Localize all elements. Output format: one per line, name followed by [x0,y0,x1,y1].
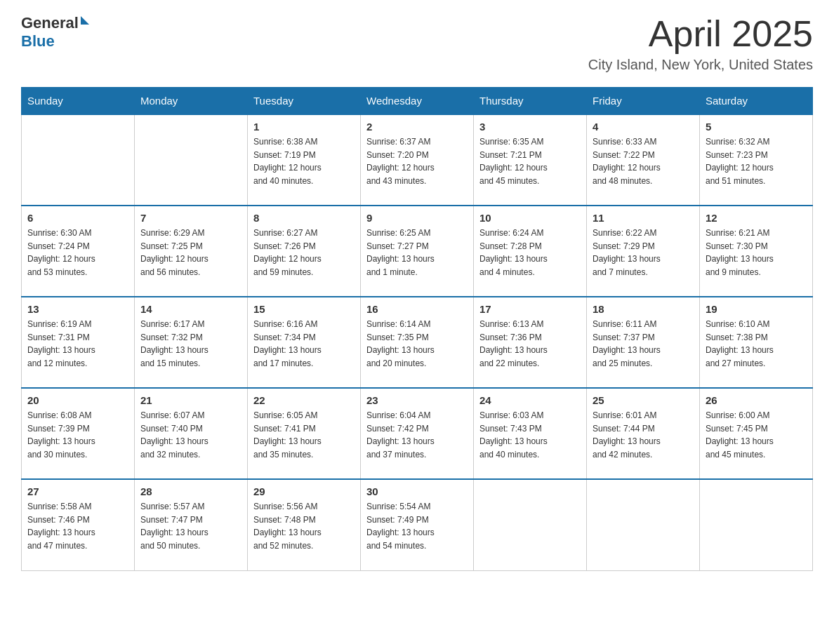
day-info: Sunrise: 5:56 AM Sunset: 7:48 PM Dayligh… [253,500,355,552]
day-cell [587,479,700,570]
day-number: 1 [253,121,355,133]
day-info: Sunrise: 5:58 AM Sunset: 7:46 PM Dayligh… [27,500,128,552]
day-cell: 4Sunrise: 6:33 AM Sunset: 7:22 PM Daylig… [587,114,700,206]
calendar-title: April 2025 [588,14,813,54]
day-cell: 1Sunrise: 6:38 AM Sunset: 7:19 PM Daylig… [248,114,361,206]
day-info: Sunrise: 6:08 AM Sunset: 7:39 PM Dayligh… [27,409,128,461]
day-cell: 18Sunrise: 6:11 AM Sunset: 7:37 PM Dayli… [587,297,700,388]
day-info: Sunrise: 6:24 AM Sunset: 7:28 PM Dayligh… [479,227,581,279]
day-number: 8 [253,212,355,224]
day-cell: 21Sunrise: 6:07 AM Sunset: 7:40 PM Dayli… [135,388,248,479]
day-cell: 20Sunrise: 6:08 AM Sunset: 7:39 PM Dayli… [22,388,135,479]
logo: General Blue [21,14,89,51]
day-cell [22,114,135,206]
day-cell: 11Sunrise: 6:22 AM Sunset: 7:29 PM Dayli… [587,206,700,297]
week-row-5: 27Sunrise: 5:58 AM Sunset: 7:46 PM Dayli… [22,479,813,570]
day-info: Sunrise: 6:21 AM Sunset: 7:30 PM Dayligh… [706,227,807,279]
header-cell-monday: Monday [135,88,248,115]
day-info: Sunrise: 6:27 AM Sunset: 7:26 PM Dayligh… [253,227,355,279]
day-cell: 23Sunrise: 6:04 AM Sunset: 7:42 PM Dayli… [361,388,474,479]
day-cell: 27Sunrise: 5:58 AM Sunset: 7:46 PM Dayli… [22,479,135,570]
day-info: Sunrise: 6:19 AM Sunset: 7:31 PM Dayligh… [27,318,128,370]
day-info: Sunrise: 6:05 AM Sunset: 7:41 PM Dayligh… [253,409,355,461]
day-number: 3 [479,121,581,133]
day-number: 18 [593,303,694,315]
day-cell: 28Sunrise: 5:57 AM Sunset: 7:47 PM Dayli… [135,479,248,570]
day-cell: 22Sunrise: 6:05 AM Sunset: 7:41 PM Dayli… [248,388,361,479]
day-number: 29 [253,485,355,497]
day-number: 27 [27,485,128,497]
day-info: Sunrise: 5:54 AM Sunset: 7:49 PM Dayligh… [366,500,468,552]
day-cell: 30Sunrise: 5:54 AM Sunset: 7:49 PM Dayli… [361,479,474,570]
day-number: 13 [27,303,128,315]
day-info: Sunrise: 6:03 AM Sunset: 7:43 PM Dayligh… [479,409,581,461]
day-info: Sunrise: 6:00 AM Sunset: 7:45 PM Dayligh… [706,409,807,461]
day-info: Sunrise: 6:17 AM Sunset: 7:32 PM Dayligh… [140,318,241,370]
header-cell-sunday: Sunday [22,88,135,115]
week-row-3: 13Sunrise: 6:19 AM Sunset: 7:31 PM Dayli… [22,297,813,388]
day-info: Sunrise: 6:11 AM Sunset: 7:37 PM Dayligh… [593,318,694,370]
day-number: 22 [253,394,355,406]
day-number: 26 [706,394,807,406]
day-cell [135,114,248,206]
day-number: 16 [366,303,468,315]
day-info: Sunrise: 5:57 AM Sunset: 7:47 PM Dayligh… [140,500,241,552]
day-cell: 14Sunrise: 6:17 AM Sunset: 7:32 PM Dayli… [135,297,248,388]
day-info: Sunrise: 6:13 AM Sunset: 7:36 PM Dayligh… [479,318,581,370]
calendar-subtitle: City Island, New York, United States [588,57,813,73]
day-info: Sunrise: 6:29 AM Sunset: 7:25 PM Dayligh… [140,227,241,279]
day-cell: 2Sunrise: 6:37 AM Sunset: 7:20 PM Daylig… [361,114,474,206]
day-cell [700,479,813,570]
day-cell: 10Sunrise: 6:24 AM Sunset: 7:28 PM Dayli… [474,206,587,297]
day-cell [474,479,587,570]
day-number: 21 [140,394,241,406]
day-number: 30 [366,485,468,497]
day-cell: 26Sunrise: 6:00 AM Sunset: 7:45 PM Dayli… [700,388,813,479]
day-info: Sunrise: 6:37 AM Sunset: 7:20 PM Dayligh… [366,135,468,187]
week-row-1: 1Sunrise: 6:38 AM Sunset: 7:19 PM Daylig… [22,114,813,206]
day-cell: 7Sunrise: 6:29 AM Sunset: 7:25 PM Daylig… [135,206,248,297]
day-number: 9 [366,212,468,224]
logo-general: General [21,14,79,32]
logo-triangle-icon [81,16,89,25]
day-number: 23 [366,394,468,406]
day-cell: 6Sunrise: 6:30 AM Sunset: 7:24 PM Daylig… [22,206,135,297]
week-row-2: 6Sunrise: 6:30 AM Sunset: 7:24 PM Daylig… [22,206,813,297]
day-number: 14 [140,303,241,315]
header-row: SundayMondayTuesdayWednesdayThursdayFrid… [22,88,813,115]
day-number: 2 [366,121,468,133]
day-cell: 3Sunrise: 6:35 AM Sunset: 7:21 PM Daylig… [474,114,587,206]
header-cell-tuesday: Tuesday [248,88,361,115]
day-info: Sunrise: 6:14 AM Sunset: 7:35 PM Dayligh… [366,318,468,370]
header-cell-saturday: Saturday [700,88,813,115]
day-cell: 16Sunrise: 6:14 AM Sunset: 7:35 PM Dayli… [361,297,474,388]
header-cell-wednesday: Wednesday [361,88,474,115]
day-cell: 12Sunrise: 6:21 AM Sunset: 7:30 PM Dayli… [700,206,813,297]
day-info: Sunrise: 6:07 AM Sunset: 7:40 PM Dayligh… [140,409,241,461]
day-info: Sunrise: 6:38 AM Sunset: 7:19 PM Dayligh… [253,135,355,187]
day-cell: 17Sunrise: 6:13 AM Sunset: 7:36 PM Dayli… [474,297,587,388]
day-number: 15 [253,303,355,315]
header-cell-friday: Friday [587,88,700,115]
day-cell: 13Sunrise: 6:19 AM Sunset: 7:31 PM Dayli… [22,297,135,388]
week-row-4: 20Sunrise: 6:08 AM Sunset: 7:39 PM Dayli… [22,388,813,479]
day-cell: 15Sunrise: 6:16 AM Sunset: 7:34 PM Dayli… [248,297,361,388]
header-cell-thursday: Thursday [474,88,587,115]
day-info: Sunrise: 6:10 AM Sunset: 7:38 PM Dayligh… [706,318,807,370]
day-number: 25 [593,394,694,406]
day-info: Sunrise: 6:35 AM Sunset: 7:21 PM Dayligh… [479,135,581,187]
day-number: 7 [140,212,241,224]
day-cell: 29Sunrise: 5:56 AM Sunset: 7:48 PM Dayli… [248,479,361,570]
day-number: 4 [593,121,694,133]
day-info: Sunrise: 6:30 AM Sunset: 7:24 PM Dayligh… [27,227,128,279]
day-info: Sunrise: 6:22 AM Sunset: 7:29 PM Dayligh… [593,227,694,279]
day-number: 24 [479,394,581,406]
logo-blue: Blue [21,32,55,51]
day-cell: 8Sunrise: 6:27 AM Sunset: 7:26 PM Daylig… [248,206,361,297]
day-number: 12 [706,212,807,224]
day-number: 19 [706,303,807,315]
day-info: Sunrise: 6:32 AM Sunset: 7:23 PM Dayligh… [706,135,807,187]
day-number: 20 [27,394,128,406]
page-header: General Blue April 2025 City Island, New… [21,14,813,73]
day-info: Sunrise: 6:33 AM Sunset: 7:22 PM Dayligh… [593,135,694,187]
